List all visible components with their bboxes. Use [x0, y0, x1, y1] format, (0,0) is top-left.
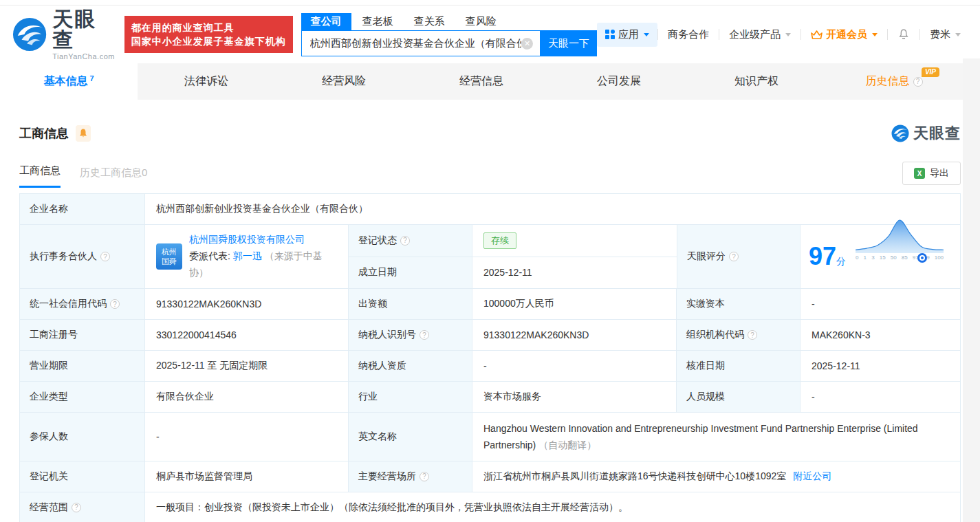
org-code-label: 组织机构代码 ?	[677, 320, 801, 350]
business-scope-value: 一般项目：创业投资（限投资未上市企业）（除依法须经批准的项目外，凭营业执照依法自…	[145, 492, 960, 522]
slogan-line-2: 国家中小企业发展子基金旗下机构	[131, 34, 286, 48]
nav-enterprise-products[interactable]: 企业级产品	[719, 28, 801, 41]
company-name-value: 杭州西部创新创业投资基金合伙企业（有限合伙）	[145, 194, 960, 224]
taxpayer-id-label: 纳税人识别号 ?	[349, 320, 472, 350]
credit-code-value: 91330122MAK260KN3D	[145, 289, 349, 319]
help-icon[interactable]: ?	[400, 236, 410, 246]
help-icon[interactable]: ?	[729, 252, 739, 261]
credit-code-label: 统一社会信用代码 ?	[20, 289, 145, 319]
taxpayer-quality-label: 纳税人资质	[349, 351, 472, 381]
help-icon[interactable]: ?	[420, 330, 429, 340]
paid-capital-label: 实缴资本	[677, 289, 801, 319]
tab-basic-info-label: 基本信息	[43, 74, 87, 89]
export-button-label: 导出	[930, 167, 949, 180]
search-clear-icon[interactable]: ✕	[521, 38, 533, 50]
nav-apps-label: 应用	[618, 28, 639, 41]
tab-operation-risk[interactable]: 经营风险	[275, 63, 413, 100]
help-icon[interactable]: ?	[913, 77, 923, 87]
reg-status-label-text: 登记状态	[358, 235, 397, 247]
search-tab-risk[interactable]: 查风险	[456, 13, 506, 30]
search-button[interactable]: 天眼一下	[541, 30, 597, 56]
business-scope-label-text: 经营范围	[30, 501, 68, 514]
registration-authority-label: 登记机关	[20, 461, 145, 492]
nav-user-account[interactable]: 费米	[920, 28, 970, 41]
score-unit: 分	[836, 256, 846, 267]
partner-avatar[interactable]: 杭州国舜	[156, 243, 182, 270]
tianyancha-eye-icon	[12, 17, 47, 52]
reg-number-label: 工商注册号	[20, 320, 145, 350]
status-badge: 存续	[483, 232, 516, 249]
tab-intellectual-property-label: 知识产权	[734, 74, 778, 89]
subtab-history-business-info[interactable]: 历史工商信息0	[80, 166, 147, 188]
taxpayer-id-label-text: 纳税人识别号	[358, 329, 416, 341]
help-icon[interactable]: ?	[420, 472, 429, 481]
export-button[interactable]: X 导出	[902, 162, 961, 185]
score-value-cell: 97分	[801, 225, 960, 288]
tab-operation-info-label: 经营信息	[459, 74, 503, 89]
partner-company-link[interactable]: 杭州国舜股权投资有限公司	[189, 234, 305, 245]
tab-operation-info[interactable]: 经营信息	[413, 63, 550, 100]
monitor-bell-button[interactable]	[76, 125, 91, 142]
insured-label: 参保人数	[20, 413, 145, 461]
subtab-business-info[interactable]: 工商信息	[19, 164, 61, 188]
caret-down-icon	[785, 33, 791, 36]
tab-basic-info-count: 7	[89, 74, 94, 83]
tab-intellectual-property[interactable]: 知识产权	[688, 63, 825, 100]
bell-icon	[897, 28, 910, 41]
score-distribution-chart: 0131550859799100	[856, 253, 944, 261]
bell-icon	[79, 129, 87, 138]
staff-size-label: 人员规模	[677, 382, 801, 412]
score-curve-svg	[856, 213, 944, 253]
search-tab-company[interactable]: 查公司	[301, 13, 351, 30]
english-name-label: 英文名称	[349, 413, 472, 461]
company-type-label: 企业类型	[20, 382, 145, 412]
help-icon[interactable]: ?	[72, 503, 81, 512]
tianyancha-eye-icon	[891, 124, 909, 142]
address-text: 浙江省杭州市桐庐县凤川街道姚家路16号快递科技创研中心10楼1092室	[483, 470, 786, 483]
score-label-text: 天眼评分	[687, 250, 726, 263]
score-marker-pin	[917, 253, 927, 263]
nav-user-label: 费米	[930, 28, 950, 41]
table-row: 经营范围 ? 一般项目：创业投资（限投资未上市企业）（除依法须经批准的项目外，凭…	[20, 492, 960, 522]
capital-value: 100000万人民币	[472, 289, 677, 319]
watermark-logo: 天眼查	[891, 123, 961, 144]
search-tab-relation[interactable]: 查关系	[404, 13, 455, 30]
tianyancha-logo[interactable]: 天眼查 TianYanCha.com	[12, 9, 116, 61]
tab-history-info[interactable]: VIP 历史信息 ?	[825, 63, 963, 100]
table-row: 营业期限 2025-12-11 至 无固定期限 纳税人资质 - 核准日期 202…	[20, 351, 960, 382]
tab-legal-litigation[interactable]: 法律诉讼	[138, 63, 275, 100]
nav-apps[interactable]: 应用	[597, 23, 657, 47]
table-row: 执行事务合伙人 ? 杭州国舜 杭州国舜股权投资有限公司 委派代表: 郭一迅 （来…	[20, 225, 960, 289]
rep-name-link[interactable]: 郭一迅	[233, 250, 262, 261]
reg-number-value: 330122000414546	[145, 320, 349, 350]
caret-down-icon	[872, 33, 878, 36]
nearby-companies-link[interactable]: 附近公司	[793, 470, 831, 483]
executive-partner-label-text: 执行事务合伙人	[30, 250, 97, 263]
tab-basic-info[interactable]: 基本信息 7	[0, 63, 138, 100]
caret-down-icon	[955, 33, 961, 36]
nav-cooperation[interactable]: 商务合作	[658, 28, 719, 41]
table-row: 企业类型 有限合伙企业 行业 资本市场服务 人员规模 -	[20, 382, 960, 413]
help-icon[interactable]: ?	[100, 252, 110, 261]
nav-open-vip[interactable]: 开通会员	[801, 28, 887, 41]
address-value: 浙江省杭州市桐庐县凤川街道姚家路16号快递科技创研中心10楼1092室 附近公司	[472, 461, 960, 492]
header-nav: 应用 商务合作 企业级产品 开通会员 费米	[597, 23, 970, 47]
page-top-divider	[0, 0, 980, 6]
address-label-text: 主要经营场所	[358, 470, 416, 483]
logo-domain-text: TianYanCha.com	[52, 53, 116, 61]
tab-company-development[interactable]: 公司发展	[550, 63, 688, 100]
search-tab-boss[interactable]: 查老板	[353, 13, 403, 30]
business-scope-label: 经营范围 ?	[20, 492, 145, 522]
table-row: 统一社会信用代码 ? 91330122MAK260KN3D 出资额 100000…	[20, 289, 960, 320]
help-icon[interactable]: ?	[748, 330, 757, 340]
search-input[interactable]	[310, 38, 521, 50]
executive-partner-value: 杭州国舜 杭州国舜股权投资有限公司 委派代表: 郭一迅 （来源于中基协）	[145, 225, 349, 288]
notification-bell[interactable]	[888, 28, 919, 41]
table-row: 参保人数 - 英文名称 Hangzhou Western Innovation …	[20, 413, 960, 461]
help-icon[interactable]: ?	[110, 299, 120, 309]
site-header: 天眼查 TianYanCha.com 都在用的商业查询工具 国家中小企业发展子基…	[0, 6, 980, 63]
tab-operation-risk-label: 经营风险	[322, 74, 366, 89]
nav-open-vip-label: 开通会员	[826, 28, 867, 41]
main-content: 工商信息 天眼查 工商信息 历史工商信息0 X 导出 企	[0, 123, 980, 522]
company-name-label: 企业名称	[20, 194, 145, 224]
